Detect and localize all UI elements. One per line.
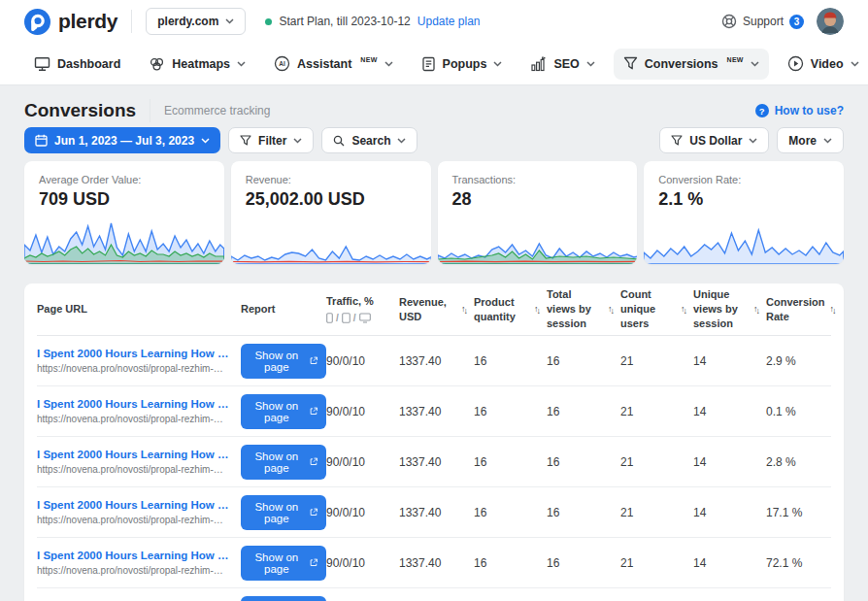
- calendar-icon: [35, 134, 48, 147]
- external-link-icon: [310, 406, 317, 417]
- product-quantity-cell: 16: [474, 556, 547, 570]
- conversion-rate-cell: 0.1 %: [766, 405, 831, 418]
- unique-users-cell: 21: [620, 354, 693, 368]
- chevron-down-icon: [751, 61, 759, 67]
- site-selector-dropdown[interactable]: plerdy.com: [146, 8, 246, 35]
- user-avatar[interactable]: [817, 8, 844, 35]
- nav-label: Conversions: [645, 57, 718, 71]
- page-link[interactable]: I Spent 2000 Hours Learning How To Learn…: [37, 449, 231, 460]
- sort-icon[interactable]: ↑↓: [681, 305, 687, 314]
- support-button[interactable]: Support 3: [721, 14, 804, 29]
- video-play-icon: [787, 55, 804, 72]
- table-row: I Spent 2000 Hours Learning How To Learn…: [37, 538, 831, 588]
- chevron-down-icon: [851, 61, 859, 67]
- device-icons: / /: [326, 312, 374, 325]
- product-quantity-cell: 16: [474, 506, 547, 519]
- revenue-cell: 1337.40: [399, 455, 474, 469]
- table-row: I Spent 2000 Hours Learning How To Learn…: [37, 437, 831, 487]
- avatar-image: [817, 8, 844, 35]
- page-link[interactable]: I Spent 2000 Hours Learning How To Learn…: [37, 398, 231, 410]
- page-link[interactable]: I Spent 2000 Hours Learning How To Learn…: [37, 550, 231, 561]
- stat-cards: Average Order Value: 709 USD Revenue: 25…: [0, 153, 868, 264]
- plerdy-logo-icon: [24, 9, 50, 35]
- traffic-cell: 90/0/10: [326, 455, 399, 469]
- stat-label: Conversion Rate:: [644, 161, 844, 185]
- nav-item-assistant[interactable]: AI AssistantNEW: [264, 48, 403, 80]
- how-to-use-label: How to use?: [775, 104, 844, 117]
- product-quantity-cell: 16: [474, 405, 547, 418]
- filters-toolbar: Jun 1, 2023 — Jul 3, 2023 Filter Search …: [0, 122, 868, 153]
- divider: [150, 99, 150, 122]
- col-header-traffic: Traffic, % / /: [326, 294, 399, 324]
- update-plan-link[interactable]: Update plan: [417, 15, 481, 28]
- page-title: Conversions: [24, 100, 136, 121]
- site-selector-value: plerdy.com: [157, 15, 218, 28]
- how-to-use-link[interactable]: ? How to use?: [755, 104, 844, 117]
- nav-item-seo[interactable]: SEO: [520, 49, 604, 80]
- date-range-button[interactable]: Jun 1, 2023 — Jul 3, 2023: [24, 127, 220, 153]
- stat-label: Revenue:: [231, 161, 431, 185]
- show-on-page-button[interactable]: Show on page: [241, 495, 326, 530]
- traffic-cell: 90/0/10: [326, 506, 399, 519]
- traffic-cell: 90/0/10: [326, 556, 399, 570]
- nav-item-heatmaps[interactable]: Heatmaps: [139, 49, 255, 80]
- filter-button[interactable]: Filter: [228, 127, 314, 153]
- show-on-page-button[interactable]: Show on page: [241, 445, 326, 480]
- unique-views-cell: 14: [693, 506, 766, 519]
- sort-icon[interactable]: ↑↓: [608, 305, 615, 314]
- sort-icon[interactable]: ↑↓: [461, 305, 468, 314]
- conversion-rate-cell: 17.1 %: [766, 506, 831, 519]
- more-button[interactable]: More: [777, 127, 844, 153]
- currency-button[interactable]: US Dollar: [659, 127, 769, 153]
- sort-icon[interactable]: ↑↓: [830, 305, 837, 314]
- chevron-down-icon: [823, 138, 832, 144]
- col-header-page-url: Page URL: [37, 302, 241, 317]
- show-on-page-button[interactable]: Show on page: [241, 344, 326, 379]
- toolbar-right: US Dollar More: [659, 127, 844, 153]
- traffic-cell: 90/0/10: [326, 354, 399, 368]
- top-bar: plerdy plerdy.com Start Plan, till 2023-…: [0, 0, 868, 43]
- stat-value: 2.1 %: [644, 185, 844, 210]
- nav-item-conversions[interactable]: ConversionsNEW: [614, 49, 769, 80]
- search-button[interactable]: Search: [321, 127, 417, 153]
- traffic-cell: 90/0/10: [326, 405, 399, 418]
- chevron-down-icon: [749, 138, 757, 144]
- col-header-revenue: Revenue, USD↑↓: [399, 295, 474, 324]
- dashboard-icon: [34, 56, 50, 72]
- nav-label: SEO: [553, 57, 579, 71]
- show-on-page-button[interactable]: Show on page: [241, 596, 326, 601]
- unique-users-cell: 21: [620, 556, 693, 570]
- plan-status-dot: [265, 18, 272, 25]
- stat-card-average-order-value: Average Order Value: 709 USD: [24, 161, 224, 264]
- table-row: I Spent 2000 Hours Learning How To Learn…: [37, 588, 831, 601]
- page-link[interactable]: I Spent 2000 Hours Learning How To Learn…: [37, 499, 231, 511]
- col-header-product-quantity: Product quantity↑↓: [474, 295, 547, 324]
- brand-name: plerdy: [58, 10, 117, 33]
- search-label: Search: [351, 134, 390, 148]
- total-views-cell: 16: [547, 455, 620, 469]
- show-on-page-button[interactable]: Show on page: [241, 546, 326, 581]
- sparkline-chart: [231, 219, 431, 264]
- show-on-page-button[interactable]: Show on page: [241, 394, 326, 429]
- col-header-unique-users: Count unique users↑↓: [620, 287, 693, 331]
- svg-text:AI: AI: [279, 60, 285, 67]
- col-header-conversion-rate: Conversion Rate↑↓: [766, 295, 843, 324]
- mobile-icon: [326, 313, 333, 323]
- total-views-cell: 16: [547, 405, 620, 418]
- nav-item-dashboard[interactable]: Dashboard: [24, 49, 130, 80]
- nav-item-video[interactable]: Video: [778, 48, 868, 80]
- unique-users-cell: 21: [620, 455, 693, 469]
- sort-icon[interactable]: ↑↓: [534, 305, 541, 314]
- sort-icon[interactable]: ↑↓: [753, 305, 760, 314]
- total-views-cell: 16: [547, 354, 620, 368]
- stat-label: Average Order Value:: [24, 161, 224, 185]
- col-header-unique-views: Unique views by session↑↓: [693, 287, 766, 331]
- plerdy-logo[interactable]: plerdy: [24, 9, 117, 35]
- page-header: Conversions Ecommerce tracking ? How to …: [0, 85, 868, 122]
- conversion-rate-cell: 72.1 %: [766, 556, 831, 570]
- new-badge: NEW: [727, 56, 744, 63]
- desktop-icon: [359, 313, 371, 323]
- product-quantity-cell: 16: [474, 354, 547, 368]
- page-link[interactable]: I Spent 2000 Hours Learning How To Learn…: [37, 348, 231, 359]
- nav-item-popups[interactable]: Popups: [412, 49, 513, 80]
